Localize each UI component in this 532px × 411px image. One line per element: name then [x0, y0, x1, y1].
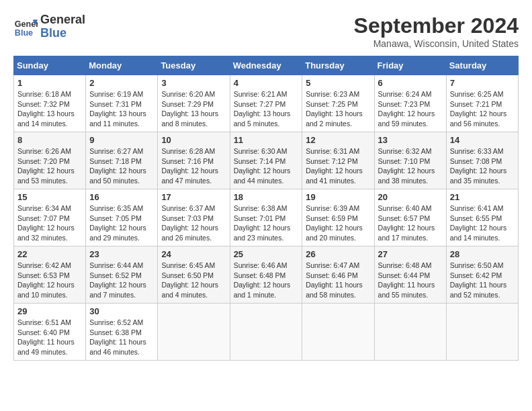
day-info: Sunrise: 6:52 AM Sunset: 6:38 PM Dayligh… [89, 318, 154, 357]
day-number: 24 [161, 249, 226, 259]
calendar-day-cell: 26Sunrise: 6:47 AM Sunset: 6:46 PM Dayli… [302, 246, 374, 304]
title-area: September 2024 Manawa, Wisconsin, United… [354, 13, 519, 49]
calendar-day-cell: 5Sunrise: 6:23 AM Sunset: 7:25 PM Daylig… [302, 75, 374, 132]
calendar-day-cell: 25Sunrise: 6:46 AM Sunset: 6:48 PM Dayli… [230, 246, 302, 304]
calendar-day-cell: 1Sunrise: 6:18 AM Sunset: 7:32 PM Daylig… [14, 75, 86, 132]
day-number: 18 [234, 192, 299, 202]
svg-text:Blue: Blue [15, 28, 33, 37]
calendar-day-cell: 10Sunrise: 6:28 AM Sunset: 7:16 PM Dayli… [158, 132, 230, 189]
day-info: Sunrise: 6:50 AM Sunset: 6:42 PM Dayligh… [450, 261, 515, 300]
calendar-day-cell: 24Sunrise: 6:45 AM Sunset: 6:50 PM Dayli… [158, 246, 230, 304]
day-info: Sunrise: 6:21 AM Sunset: 7:27 PM Dayligh… [234, 89, 299, 129]
day-number: 16 [89, 192, 154, 202]
day-info: Sunrise: 6:45 AM Sunset: 6:50 PM Dayligh… [161, 261, 226, 300]
day-number: 29 [17, 306, 82, 316]
day-number: 5 [306, 78, 370, 88]
calendar-day-cell: 16Sunrise: 6:35 AM Sunset: 7:05 PM Dayli… [86, 189, 158, 246]
day-number: 11 [234, 135, 299, 145]
day-info: Sunrise: 6:38 AM Sunset: 7:01 PM Dayligh… [234, 203, 299, 243]
day-info: Sunrise: 6:46 AM Sunset: 6:48 PM Dayligh… [234, 261, 299, 300]
day-number: 17 [161, 192, 226, 202]
calendar-day-cell: 15Sunrise: 6:34 AM Sunset: 7:07 PM Dayli… [14, 189, 86, 246]
calendar-day-cell [158, 304, 230, 361]
day-number: 14 [450, 135, 515, 145]
calendar-day-cell: 22Sunrise: 6:42 AM Sunset: 6:53 PM Dayli… [14, 246, 86, 304]
day-number: 4 [234, 78, 299, 88]
day-info: Sunrise: 6:25 AM Sunset: 7:21 PM Dayligh… [450, 89, 515, 129]
day-number: 23 [89, 249, 154, 259]
month-title: September 2024 [354, 13, 519, 38]
day-info: Sunrise: 6:51 AM Sunset: 6:40 PM Dayligh… [17, 318, 82, 357]
day-number: 22 [17, 249, 82, 259]
calendar-day-cell: 3Sunrise: 6:20 AM Sunset: 7:29 PM Daylig… [158, 75, 230, 132]
day-info: Sunrise: 6:19 AM Sunset: 7:31 PM Dayligh… [89, 89, 154, 129]
day-info: Sunrise: 6:34 AM Sunset: 7:07 PM Dayligh… [17, 203, 82, 243]
calendar-day-cell: 21Sunrise: 6:41 AM Sunset: 6:55 PM Dayli… [446, 189, 518, 246]
calendar-day-cell: 29Sunrise: 6:51 AM Sunset: 6:40 PM Dayli… [14, 304, 86, 361]
day-info: Sunrise: 6:35 AM Sunset: 7:05 PM Dayligh… [89, 203, 154, 243]
calendar-table: SundayMondayTuesdayWednesdayThursdayFrid… [13, 56, 519, 361]
day-info: Sunrise: 6:26 AM Sunset: 7:20 PM Dayligh… [17, 146, 82, 186]
weekday-header: SundayMondayTuesdayWednesdayThursdayFrid… [14, 56, 519, 75]
day-number: 3 [161, 78, 226, 88]
day-number: 26 [306, 249, 370, 259]
day-number: 21 [450, 192, 515, 202]
day-info: Sunrise: 6:42 AM Sunset: 6:53 PM Dayligh… [17, 261, 82, 300]
day-number: 1 [17, 78, 82, 88]
day-number: 8 [17, 135, 82, 145]
calendar-day-cell: 4Sunrise: 6:21 AM Sunset: 7:27 PM Daylig… [230, 75, 302, 132]
day-info: Sunrise: 6:31 AM Sunset: 7:12 PM Dayligh… [306, 146, 370, 186]
day-number: 20 [378, 192, 443, 202]
weekday-header-cell: Monday [86, 56, 158, 75]
calendar-day-cell: 19Sunrise: 6:39 AM Sunset: 6:59 PM Dayli… [302, 189, 374, 246]
day-info: Sunrise: 6:18 AM Sunset: 7:32 PM Dayligh… [17, 89, 82, 129]
day-number: 2 [89, 78, 154, 88]
calendar-day-cell [302, 304, 374, 361]
calendar-day-cell: 17Sunrise: 6:37 AM Sunset: 7:03 PM Dayli… [158, 189, 230, 246]
calendar-day-cell [446, 304, 518, 361]
header: General Blue General Blue September 2024… [13, 13, 519, 49]
day-info: Sunrise: 6:32 AM Sunset: 7:10 PM Dayligh… [378, 146, 443, 186]
weekday-header-cell: Wednesday [230, 56, 302, 75]
day-number: 7 [450, 78, 515, 88]
day-info: Sunrise: 6:39 AM Sunset: 6:59 PM Dayligh… [306, 203, 370, 243]
logo: General Blue General Blue [13, 13, 85, 40]
weekday-header-cell: Friday [374, 56, 446, 75]
logo-icon: General Blue [13, 15, 38, 39]
calendar-day-cell: 2Sunrise: 6:19 AM Sunset: 7:31 PM Daylig… [86, 75, 158, 132]
calendar-week-row: 15Sunrise: 6:34 AM Sunset: 7:07 PM Dayli… [14, 189, 519, 246]
day-number: 28 [450, 249, 515, 259]
day-info: Sunrise: 6:40 AM Sunset: 6:57 PM Dayligh… [378, 203, 443, 243]
day-number: 27 [378, 249, 443, 259]
calendar-day-cell: 7Sunrise: 6:25 AM Sunset: 7:21 PM Daylig… [446, 75, 518, 132]
day-info: Sunrise: 6:30 AM Sunset: 7:14 PM Dayligh… [234, 146, 299, 186]
day-info: Sunrise: 6:27 AM Sunset: 7:18 PM Dayligh… [89, 146, 154, 186]
day-info: Sunrise: 6:24 AM Sunset: 7:23 PM Dayligh… [378, 89, 443, 129]
calendar-day-cell: 23Sunrise: 6:44 AM Sunset: 6:52 PM Dayli… [86, 246, 158, 304]
location-title: Manawa, Wisconsin, United States [354, 38, 519, 49]
day-info: Sunrise: 6:37 AM Sunset: 7:03 PM Dayligh… [161, 203, 226, 243]
calendar-day-cell: 6Sunrise: 6:24 AM Sunset: 7:23 PM Daylig… [374, 75, 446, 132]
calendar-week-row: 8Sunrise: 6:26 AM Sunset: 7:20 PM Daylig… [14, 132, 519, 189]
calendar-day-cell: 27Sunrise: 6:48 AM Sunset: 6:44 PM Dayli… [374, 246, 446, 304]
logo-line2: Blue [40, 27, 85, 40]
day-info: Sunrise: 6:44 AM Sunset: 6:52 PM Dayligh… [89, 261, 154, 300]
day-info: Sunrise: 6:33 AM Sunset: 7:08 PM Dayligh… [450, 146, 515, 186]
day-info: Sunrise: 6:48 AM Sunset: 6:44 PM Dayligh… [378, 261, 443, 300]
day-number: 15 [17, 192, 82, 202]
weekday-header-cell: Sunday [14, 56, 86, 75]
day-number: 19 [306, 192, 370, 202]
calendar-day-cell: 14Sunrise: 6:33 AM Sunset: 7:08 PM Dayli… [446, 132, 518, 189]
calendar-body: 1Sunrise: 6:18 AM Sunset: 7:32 PM Daylig… [14, 75, 519, 361]
day-info: Sunrise: 6:47 AM Sunset: 6:46 PM Dayligh… [306, 261, 370, 300]
calendar-day-cell: 12Sunrise: 6:31 AM Sunset: 7:12 PM Dayli… [302, 132, 374, 189]
day-number: 6 [378, 78, 443, 88]
calendar-day-cell [230, 304, 302, 361]
weekday-header-cell: Thursday [302, 56, 374, 75]
calendar-day-cell: 13Sunrise: 6:32 AM Sunset: 7:10 PM Dayli… [374, 132, 446, 189]
calendar-day-cell [374, 304, 446, 361]
calendar-day-cell: 28Sunrise: 6:50 AM Sunset: 6:42 PM Dayli… [446, 246, 518, 304]
day-info: Sunrise: 6:23 AM Sunset: 7:25 PM Dayligh… [306, 89, 370, 129]
day-number: 13 [378, 135, 443, 145]
day-info: Sunrise: 6:28 AM Sunset: 7:16 PM Dayligh… [161, 146, 226, 186]
